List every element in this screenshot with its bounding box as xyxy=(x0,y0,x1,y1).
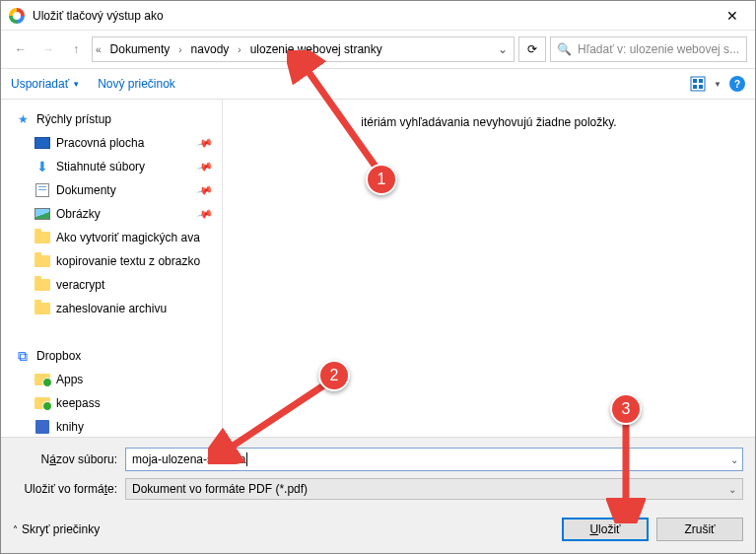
desktop-icon xyxy=(34,135,50,151)
help-icon[interactable]: ? xyxy=(729,76,745,92)
svg-rect-1 xyxy=(693,79,697,83)
sidebar-item-folder[interactable]: Ako vytvoriť magických ava xyxy=(1,226,222,249)
save-dialog-window: Uložiť tlačový výstup ako ✕ ← → ↑ « Doku… xyxy=(0,0,756,554)
pin-icon: 📌 xyxy=(196,158,215,175)
filetype-label: Uložiť vo formáte: xyxy=(13,482,125,496)
sidebar-item-downloads[interactable]: ⬇Stiahnuté súbory📌 xyxy=(1,155,222,178)
folder-icon xyxy=(34,253,50,269)
cancel-button[interactable]: Zrušiť xyxy=(656,518,743,541)
folder-icon xyxy=(34,301,50,316)
sidebar-item-folder[interactable]: veracrypt xyxy=(1,273,222,297)
filename-label: Názov súboru: xyxy=(13,452,125,466)
svg-rect-2 xyxy=(699,79,703,83)
organize-menu[interactable]: Usporiadať ▼ xyxy=(11,77,80,91)
breadcrumb-item[interactable]: ulozenie webovej stranky xyxy=(244,37,388,61)
back-button[interactable]: ← xyxy=(9,37,33,61)
breadcrumb-dropdown[interactable]: ⌄ xyxy=(492,42,514,56)
svg-rect-3 xyxy=(693,85,697,89)
document-icon xyxy=(34,182,50,198)
close-button[interactable]: ✕ xyxy=(710,1,755,31)
sidebar-item-desktop[interactable]: Pracovná plocha📌 xyxy=(1,131,222,155)
toolbar: Usporiadať ▼ Nový priečinok ▼ ? xyxy=(1,68,755,100)
breadcrumb-item[interactable]: Dokumenty xyxy=(104,37,176,61)
book-icon xyxy=(34,419,50,435)
sidebar-item-folder[interactable]: kopirovanie textu z obrazko xyxy=(1,249,222,273)
sidebar-item-folder[interactable]: keepass xyxy=(1,391,222,415)
sidebar-quick-access[interactable]: ★Rýchly prístup xyxy=(1,107,222,131)
bottom-panel: Názov súboru: moja-ulozena-stranka ⌄ Ulo… xyxy=(1,437,755,553)
chevron-down-icon: ▼ xyxy=(72,80,80,89)
text-caret xyxy=(246,452,247,466)
forward-button[interactable]: → xyxy=(36,37,60,61)
search-icon: 🔍 xyxy=(557,42,572,56)
folder-icon xyxy=(34,277,50,293)
synced-folder-icon xyxy=(34,395,50,411)
pictures-icon xyxy=(34,206,50,222)
pin-icon: 📌 xyxy=(196,205,215,223)
sidebar-item-folder[interactable]: Apps xyxy=(1,368,222,391)
dropbox-icon: ⧉ xyxy=(15,348,31,364)
sidebar-item-documents[interactable]: Dokumenty📌 xyxy=(1,178,222,202)
refresh-button[interactable]: ⟳ xyxy=(518,36,546,62)
chevron-right-icon: › xyxy=(175,44,184,55)
pin-icon: 📌 xyxy=(196,134,215,152)
sidebar-item-folder[interactable]: zaheslovanie archivu xyxy=(1,297,222,320)
file-list-area: itériám vyhľadávania nevyhovujú žiadne p… xyxy=(223,100,755,437)
chevron-down-icon: ▼ xyxy=(714,80,722,89)
star-icon: ★ xyxy=(15,111,31,127)
up-button[interactable]: ↑ xyxy=(64,37,88,61)
chevron-up-icon: ˄ xyxy=(13,524,18,535)
svg-rect-4 xyxy=(699,85,703,89)
sidebar: ★Rýchly prístup Pracovná plocha📌 ⬇Stiahn… xyxy=(1,100,223,437)
sidebar-item-pictures[interactable]: Obrázky📌 xyxy=(1,202,222,226)
navigation-row: ← → ↑ « Dokumenty › navody › ulozenie we… xyxy=(1,31,755,68)
chevron-down-icon[interactable]: ⌄ xyxy=(730,454,738,465)
view-mode-button[interactable]: ▼ xyxy=(690,76,722,92)
download-icon: ⬇ xyxy=(34,159,50,174)
search-placeholder: Hľadať v: ulozenie webovej s... xyxy=(578,42,739,56)
pin-icon: 📌 xyxy=(196,181,215,199)
breadcrumb-bar[interactable]: « Dokumenty › navody › ulozenie webovej … xyxy=(92,36,515,62)
chrome-icon xyxy=(9,8,25,24)
empty-message: itériám vyhľadávania nevyhovujú žiadne p… xyxy=(241,113,737,129)
filetype-select[interactable]: Dokument vo formáte PDF (*.pdf) ⌄ xyxy=(125,478,743,500)
title-bar: Uložiť tlačový výstup ako ✕ xyxy=(1,1,755,31)
sidebar-item-folder[interactable]: knihy xyxy=(1,415,222,437)
folder-icon xyxy=(34,230,50,245)
synced-folder-icon xyxy=(34,372,50,387)
chevron-down-icon: ⌄ xyxy=(728,484,736,495)
new-folder-button[interactable]: Nový priečinok xyxy=(98,77,175,91)
breadcrumb-item[interactable]: navody xyxy=(185,37,236,61)
window-title: Uložiť tlačový výstup ako xyxy=(33,9,710,23)
chevron-right-icon: › xyxy=(235,44,243,55)
search-input[interactable]: 🔍 Hľadať v: ulozenie webovej s... xyxy=(550,36,747,62)
hide-folders-toggle[interactable]: ˄ Skryť priečinky xyxy=(13,522,100,536)
sidebar-dropbox[interactable]: ⧉Dropbox xyxy=(1,344,222,368)
dialog-body: ★Rýchly prístup Pracovná plocha📌 ⬇Stiahn… xyxy=(1,100,755,437)
save-button[interactable]: Uložiť xyxy=(562,518,649,541)
chevron-left-icon: « xyxy=(93,44,104,55)
filename-input[interactable]: moja-ulozena-stranka ⌄ xyxy=(125,448,743,471)
